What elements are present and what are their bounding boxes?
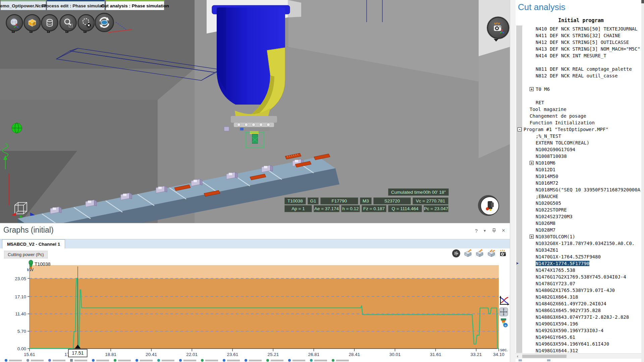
code-line[interactable]: N1488G3X643.074Y737I-2.828J-2.828	[516, 314, 644, 320]
code-line[interactable]: ➤N1472X-1774.5F17790	[516, 260, 644, 267]
code-line[interactable]: Function Initialization	[516, 119, 644, 126]
code-line[interactable]: N1008T10038	[516, 153, 644, 160]
pin-icon[interactable]	[492, 228, 496, 233]
tab-cut-analysis[interactable]: Cut analysis : Phase simulation	[106, 0, 164, 10]
code-line[interactable]	[516, 79, 644, 86]
timeline-marker[interactable]	[157, 359, 174, 362]
timeline-marker[interactable]	[288, 359, 305, 362]
sequence-timeline-strip[interactable]	[0, 359, 510, 362]
code-line[interactable]: N1476G17G2X1769.538Y745.034I0J-4	[516, 274, 644, 280]
code-line[interactable]: N811 DEF NCK REAL comptage_palette	[516, 66, 644, 72]
snapshot-dropdown-icon[interactable]	[494, 39, 498, 44]
code-line[interactable]: N1482G1X664.318	[516, 294, 644, 300]
code-line[interactable]: N1490G1X594.196	[516, 320, 644, 327]
code-hscrollbar[interactable]: ‹	[516, 353, 644, 359]
code-line[interactable]: N414 DEF NCK INT MESURE_T	[516, 52, 644, 59]
panel-splitter[interactable]	[510, 0, 516, 362]
code-line[interactable]: ;EBAUCHE	[516, 193, 644, 200]
gcode-listing[interactable]: N410 DEF NCK STRING[50] TEXTEJOURNALN411…	[516, 25, 644, 353]
code-line[interactable]: Tool magazine	[516, 106, 644, 113]
code-line[interactable]: N1014M50	[516, 173, 644, 180]
code-line[interactable]: ;%_N_TEST	[516, 133, 644, 139]
code-line[interactable]: N1480G2X1765.538Y719.07I-4J0	[516, 287, 644, 294]
machine-status-button[interactable]	[480, 196, 499, 215]
code-line[interactable]: N1026M8	[516, 220, 644, 227]
rotate-view-button[interactable]	[95, 13, 114, 32]
code-line[interactable]: N1012D1	[516, 166, 644, 173]
chevron-down-icon[interactable]: ▼	[483, 229, 486, 233]
timeline-marker[interactable]	[266, 359, 283, 362]
code-line[interactable]: RET	[516, 99, 644, 106]
timeline-marker[interactable]	[136, 359, 153, 362]
code-line[interactable]: +N1010M6	[516, 160, 644, 166]
code-text: ;EBAUCHE	[536, 194, 558, 199]
help-icon[interactable]: ?	[475, 228, 478, 234]
snapshot-button[interactable]	[487, 17, 509, 39]
view-modes-button[interactable]	[6, 14, 23, 32]
timeline-marker[interactable]	[245, 359, 262, 362]
timeline-marker[interactable]	[201, 359, 218, 362]
code-line[interactable]: N1034Z61	[516, 247, 644, 253]
code-line[interactable]: +T0 M6	[516, 86, 644, 93]
tool-marker-icon[interactable]: n	[499, 318, 508, 328]
code-line[interactable]: N1496G3X594.196Y641.61I4J0	[516, 341, 644, 347]
expand-icon[interactable]: +	[530, 87, 534, 91]
timeline-marker[interactable]	[332, 359, 349, 362]
code-line[interactable]: N1494G1Y645.61	[516, 334, 644, 341]
code-line[interactable]: N1016M72	[516, 180, 644, 186]
deselect-button[interactable]	[77, 14, 95, 32]
code-line[interactable]	[516, 59, 644, 66]
expand-icon[interactable]: +	[530, 161, 534, 165]
expand-icon[interactable]: +	[530, 235, 534, 239]
stock-view-button[interactable]	[41, 14, 58, 32]
scroll-left-icon[interactable]: ‹	[517, 354, 518, 359]
timeline-marker[interactable]	[223, 359, 240, 362]
code-line[interactable]: N412 DEF NCK STRING[5] OUTILCASSE	[516, 39, 644, 46]
code-line[interactable]: N1478G1Y723.07	[516, 280, 644, 287]
close-icon[interactable]: ×	[502, 227, 505, 234]
cutting-power-chart[interactable]: 0.005.7011.4017.1023.05kW15.6117.2118.81…	[0, 247, 510, 362]
code-line[interactable]: Changement de posage	[516, 113, 644, 119]
code-line[interactable]: N1024S23720M3	[516, 213, 644, 220]
code-line[interactable]: N1022STOPRE	[516, 206, 644, 213]
timeline-marker[interactable]	[48, 359, 65, 362]
code-line[interactable]: N1470G1X-1764.5Z57F9480	[516, 253, 644, 260]
timeline-marker[interactable]	[179, 359, 196, 362]
hscroll-thumb[interactable]	[522, 355, 567, 358]
tab-project[interactable]: Demo_Optipower.NcsPrj	[1, 0, 46, 10]
solid-view-button[interactable]	[23, 14, 41, 32]
code-line[interactable]: N1002G90G17G94	[516, 146, 644, 153]
code-line[interactable]: -Program #1 "TestOptipower.MPF"	[516, 126, 644, 133]
timeline-marker[interactable]	[114, 359, 131, 362]
code-line[interactable]: +N1030TOLCOM(1)	[516, 233, 644, 240]
timeline-marker[interactable]	[92, 359, 109, 362]
code-line[interactable]: N1498G1X644.312	[516, 347, 644, 353]
code-line[interactable]: N1032G0X-1718.78Y749.034Z150.A0.C0.	[516, 240, 644, 247]
curves-compare-icon[interactable]	[499, 295, 510, 306]
code-line[interactable]: N1028M7	[516, 227, 644, 233]
simulation-viewport[interactable]: Context zoom ? ×	[0, 0, 510, 223]
collapse-icon[interactable]: -	[518, 127, 522, 131]
zoom-tools-button[interactable]	[59, 14, 77, 32]
code-text: N1026M8	[536, 221, 555, 226]
pan-icon[interactable]	[499, 307, 508, 316]
timeline-marker[interactable]	[26, 359, 44, 362]
code-line[interactable]: N812 DEF NCK REAL outil_casse	[516, 72, 644, 79]
timeline-marker[interactable]	[5, 359, 22, 362]
tab-process-edit[interactable]: Process edit : Phase simulation	[47, 0, 105, 10]
param-cell: G1	[308, 197, 319, 204]
code-line[interactable]: EXTERN TOLCOM(REAL)	[516, 139, 644, 146]
code-line[interactable]	[516, 93, 644, 99]
timeline-marker[interactable]	[310, 359, 327, 362]
code-line[interactable]: N1492G3X590.196Y733I0J-4	[516, 327, 644, 334]
code-line[interactable]: N411 DEF NCK STRING[32] CHAINE	[516, 32, 644, 39]
code-line[interactable]: N413 DEF NCK STRING[3] NOM_MACH="M5C"	[516, 46, 644, 52]
timeline-marker[interactable]	[70, 359, 87, 362]
right-vscrollbar[interactable]	[641, 0, 644, 362]
code-line[interactable]: N1020G505	[516, 200, 644, 206]
code-line[interactable]: N1484G2X661.49Y720.24I0J4	[516, 300, 644, 307]
code-line[interactable]: N1474X1765.538	[516, 267, 644, 274]
code-line[interactable]: N1018MSG("SEQ 10 33950F5711687920000A	[516, 186, 644, 193]
code-line[interactable]: N410 DEF NCK STRING[50] TEXTEJOURNAL	[516, 25, 644, 32]
code-line[interactable]: N1486G1X645.902Y735.828	[516, 307, 644, 314]
